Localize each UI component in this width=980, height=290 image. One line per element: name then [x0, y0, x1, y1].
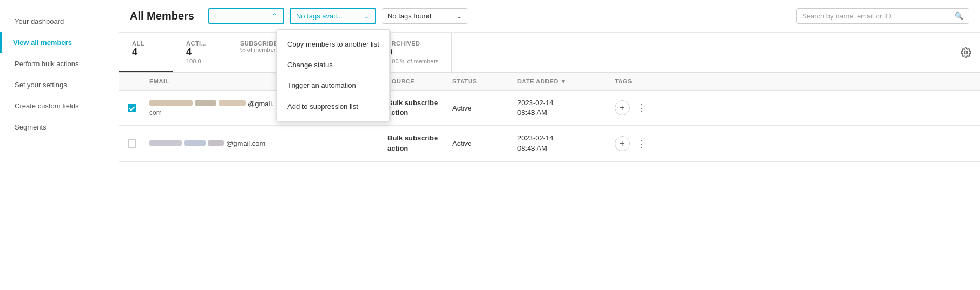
row1-checkbox-cell [128, 104, 149, 112]
sidebar-item-bulk-actions[interactable]: Perform bulk actions [0, 53, 119, 74]
row2-email-domain: @gmail.com [226, 139, 265, 147]
row2-status: Active [452, 139, 517, 147]
sidebar-item-segments[interactable]: Segments [0, 117, 119, 138]
row2-checkbox-cell [128, 139, 149, 148]
row2-source: Bulk subscribe action [387, 133, 452, 153]
header-tags: TAGS [615, 78, 658, 85]
menu-item-trigger-automation[interactable]: Trigger an automation [277, 75, 390, 96]
row1-checkbox[interactable] [128, 104, 136, 112]
row1-source: Bulk subscribe action [387, 98, 452, 118]
header-source: SOURCE [387, 78, 452, 85]
row1-tags-cell: + ⋮ [615, 100, 658, 115]
tags-avail-caret: ⌄ [364, 12, 370, 20]
no-tags-dropdown[interactable]: No tags found ⌄ [382, 8, 468, 24]
row1-add-tag-btn[interactable]: + [615, 100, 630, 115]
row2-checkbox[interactable] [128, 139, 136, 148]
page-title: All Members [130, 10, 194, 22]
header-date-added: DATE ADDED ▼ [517, 78, 615, 85]
row2-tags-cell: + ⋮ [615, 136, 658, 151]
row1-email-blur-3 [219, 100, 246, 106]
search-box[interactable]: Search by name, email or ID 🔍 [796, 8, 969, 24]
row2-add-tag-btn[interactable]: + [615, 136, 630, 151]
row1-email-blur-1 [149, 100, 193, 106]
row1-date: 2023-02-14 08:43 AM [517, 98, 615, 118]
table-header: EMAIL MOBILE SOURCE STATUS DATE ADDED ▼ … [119, 73, 980, 91]
members-table: EMAIL MOBILE SOURCE STATUS DATE ADDED ▼ … [119, 73, 980, 162]
search-icon: 🔍 [955, 12, 963, 20]
row2-email-blur-3 [208, 140, 224, 146]
action-dropdown-caret: ⌃ [272, 12, 278, 20]
row2-email-cell: @gmail.com [149, 139, 301, 147]
dropdown-scroll-indicator [389, 30, 390, 121]
row2-email-blur-1 [149, 140, 182, 146]
action-dropdown-menu: Copy members to another list Change stat… [276, 29, 391, 122]
stat-active[interactable]: ACTI... 4 100.0 [173, 33, 227, 72]
row1-more-options[interactable]: ⋮ [636, 102, 646, 114]
action-dropdown[interactable]: ⌃ [208, 8, 284, 24]
search-placeholder: Search by name, email or ID [802, 12, 891, 20]
stat-active-value: 4 [186, 47, 214, 58]
menu-item-add-suppression[interactable]: Add to suppression list [277, 96, 390, 117]
stat-all[interactable]: ALL 4 [119, 33, 173, 72]
row2-email-blur-2 [184, 140, 206, 146]
tags-avail-label: No tags avail... [296, 12, 343, 20]
stat-all-label: ALL [132, 40, 160, 47]
row1-email-blur-2 [195, 100, 216, 106]
sidebar-item-view-members[interactable]: View all members [0, 32, 119, 53]
stat-active-label: ACTI... [186, 40, 214, 47]
topbar: All Members ⌃ No tags avail... ⌄ No tags… [119, 0, 980, 33]
cursor [215, 12, 215, 20]
stat-all-value: 4 [132, 47, 160, 58]
main-content: All Members ⌃ No tags avail... ⌄ No tags… [119, 0, 980, 290]
stat-archived-sub: 0.00 % of members [387, 58, 438, 65]
table-row: @gmail. com Bulk subscribe action Active… [119, 91, 980, 126]
header-status: STATUS [452, 78, 517, 85]
tags-avail-dropdown[interactable]: No tags avail... ⌄ [290, 8, 376, 24]
sidebar-item-settings[interactable]: Set your settings [0, 74, 119, 95]
row1-email-domain: @gmail. [248, 100, 274, 108]
settings-gear[interactable] [952, 33, 980, 72]
svg-point-0 [965, 51, 968, 54]
table-row: @gmail.com Bulk subscribe action Active … [119, 126, 980, 161]
stat-archived-value: 0 [387, 47, 438, 58]
stat-archived-label: ARCHIVED [387, 40, 438, 47]
stat-active-sub: 100.0 [186, 58, 214, 65]
row2-more-options[interactable]: ⋮ [636, 138, 646, 150]
stats-bar: ALL 4 ACTI... 4 100.0 SUBSCRIBED % of me… [119, 33, 980, 73]
menu-item-copy-members[interactable]: Copy members to another list [277, 34, 390, 55]
sidebar-item-dashboard[interactable]: Your dashboard [0, 11, 119, 32]
row1-status: Active [452, 104, 517, 112]
no-tags-label: No tags found [387, 12, 431, 20]
sort-icon: ▼ [560, 78, 566, 85]
menu-item-change-status[interactable]: Change status [277, 55, 390, 75]
row2-date: 2023-02-14 08:43 AM [517, 133, 615, 153]
sidebar: Your dashboard View all members Perform … [0, 0, 119, 290]
sidebar-item-custom-fields[interactable]: Create custom fields [0, 95, 119, 117]
no-tags-caret: ⌄ [456, 12, 462, 20]
